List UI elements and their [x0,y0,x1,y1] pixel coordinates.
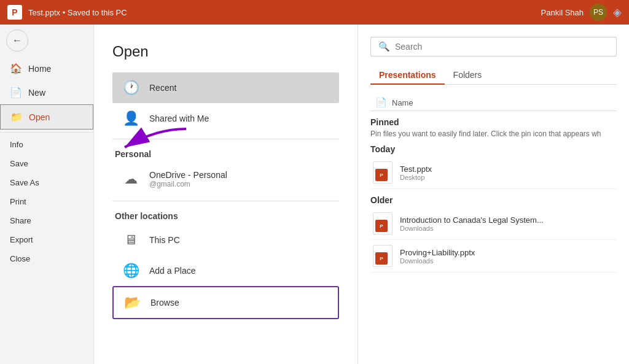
file-path-2: Downloads [400,225,614,232]
section-other: Other locations [112,211,339,221]
file-path-3: Downloads [400,257,614,265]
export-label: Export [10,235,33,244]
right-panel: 🔍 Presentations Folders 📄 Name Pinned Pi… [358,25,629,364]
option-thispc[interactable]: 🖥 This PC [112,225,339,255]
main-container: ← 🏠 Home 📄 New 📁 Open Info Save Save As [0,25,629,364]
browse-icon: 📂 [123,295,141,311]
col-header-name: Name [392,98,413,107]
option-recent-label: Recent [149,83,176,93]
file-header-icon: 📄 [375,97,387,108]
sidebar-item-share[interactable]: Share [0,211,93,230]
section-pinned: Pinned [370,117,617,127]
sidebar-item-close[interactable]: Close [0,249,93,268]
ppt-badge-3: P [375,252,388,265]
title-bar: P Test.pptx • Saved to this PC Pankil Sh… [0,0,629,25]
option-browse-label: Browse [150,298,179,308]
app-icon: P [7,5,22,20]
onedrive-email: @gmail.com [149,180,227,188]
tabs-row: Presentations Folders [370,66,617,85]
option-recent[interactable]: 🕐 Recent [112,72,339,103]
option-browse[interactable]: 📂 Browse [112,286,339,319]
left-panel: Open 🕐 Recent 👤 Shared with Me Personal … [94,25,358,364]
sidebar-item-export[interactable]: Export [0,230,93,249]
tab-folders[interactable]: Folders [445,66,491,85]
thispc-icon: 🖥 [122,232,139,248]
home-icon: 🏠 [10,63,22,74]
sidebar-item-info[interactable]: Info [0,135,93,154]
file-icon-ppt-3: P [373,245,393,267]
share-label: Share [10,216,31,225]
shared-icon: 👤 [122,110,139,126]
addplace-icon: 🌐 [122,263,139,279]
option-onedrive[interactable]: ☁ OneDrive - Personal @gmail.com [112,163,339,196]
file-name-3: Proving+Liability.pptx [400,248,614,257]
avatar[interactable]: PS [590,4,607,21]
info-label: Info [10,140,23,149]
list-item[interactable]: P Proving+Liability.pptx Downloads [370,240,617,273]
content-wrapper: Open 🕐 Recent 👤 Shared with Me Personal … [94,25,629,364]
ppt-badge: P [375,169,388,181]
file-details: Test.pptx Desktop [400,165,614,181]
saveas-label: Save As [10,178,39,187]
tab-presentations[interactable]: Presentations [370,66,445,85]
file-icon-ppt-2: P [373,212,393,234]
file-details-2: Introduction to Canada's Legal System...… [400,215,614,232]
divider-2 [112,201,339,201]
recent-icon: 🕐 [122,80,139,96]
sidebar: ← 🏠 Home 📄 New 📁 Open Info Save Save As [0,25,94,364]
sidebar-item-save[interactable]: Save [0,154,93,173]
onedrive-label: OneDrive - Personal [149,170,227,180]
search-input[interactable] [395,42,609,52]
section-older: Older [370,195,617,205]
new-icon: 📄 [10,87,22,98]
file-details-3: Proving+Liability.pptx Downloads [400,248,614,265]
divider-1 [112,139,339,139]
print-label: Print [10,197,26,206]
sidebar-item-new[interactable]: 📄 New [0,80,93,104]
sidebar-item-home[interactable]: 🏠 Home [0,56,93,80]
save-label: Save [10,159,28,168]
sidebar-nav: 🏠 Home 📄 New 📁 Open [0,56,93,130]
list-item[interactable]: P Test.pptx Desktop [370,157,617,189]
file-name: Test.pptx [400,165,614,174]
section-personal: Personal [112,149,339,159]
back-button[interactable]: ← [6,29,28,52]
option-thispc-label: This PC [149,235,180,245]
file-name-2: Introduction to Canada's Legal System... [400,215,614,225]
sidebar-label-new: New [28,88,45,98]
search-icon: 🔍 [378,41,390,52]
onedrive-details: OneDrive - Personal @gmail.com [149,170,227,188]
file-path: Desktop [400,174,614,181]
sidebar-label-open: Open [29,112,50,122]
titlebar-right: Pankil Shah PS ◈ [541,4,622,21]
sidebar-item-print[interactable]: Print [0,192,93,211]
sidebar-item-open[interactable]: 📁 Open [0,104,93,130]
option-shared-label: Shared with Me [149,114,209,123]
col-header: 📄 Name [370,95,617,111]
sidebar-divider [0,132,93,133]
onedrive-icon: ☁ [122,171,139,187]
option-shared[interactable]: 👤 Shared with Me [112,103,339,134]
diamond-icon: ◈ [613,6,622,19]
sidebar-label-home: Home [28,64,51,74]
user-name: Pankil Shah [541,8,584,17]
ppt-badge-2: P [375,220,388,232]
section-today: Today [370,144,617,154]
open-icon: 📁 [10,111,23,123]
option-addplace-label: Add a Place [149,266,196,276]
panel-title: Open [112,43,339,60]
option-addplace[interactable]: 🌐 Add a Place [112,255,339,286]
document-title: Test.pptx • Saved to this PC [28,8,127,17]
search-bar[interactable]: 🔍 [370,37,617,56]
close-label: Close [10,254,30,263]
pinned-desc: Pin files you want to easily find later.… [370,130,617,138]
open-panel: Open 🕐 Recent 👤 Shared with Me Personal … [94,25,629,364]
file-icon-ppt: P [373,161,393,184]
sidebar-item-saveas[interactable]: Save As [0,173,93,192]
list-item[interactable]: P Introduction to Canada's Legal System.… [370,207,617,240]
